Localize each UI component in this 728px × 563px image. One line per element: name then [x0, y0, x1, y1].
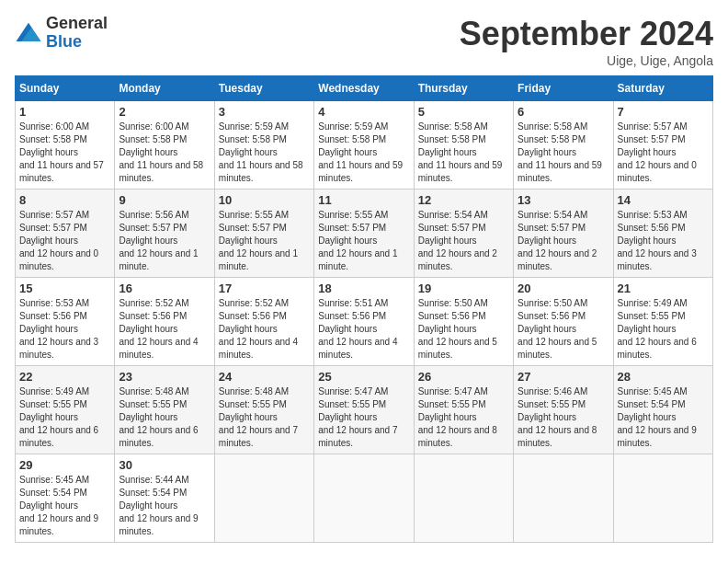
sunset-label: Sunset: 5:57 PM	[618, 134, 686, 144]
sunset-label: Sunset: 5:55 PM	[618, 311, 686, 321]
sunrise-label: Sunrise: 5:53 AM	[19, 298, 89, 308]
day-number: 25	[318, 370, 409, 384]
day-info: Sunrise: 5:58 AM Sunset: 5:58 PM Dayligh…	[418, 121, 509, 185]
sunrise-label: Sunrise: 5:44 AM	[119, 475, 188, 485]
daylight-value: and 12 hours and 8 minutes.	[418, 425, 497, 448]
daylight-label: Daylight hours	[318, 412, 377, 422]
day-info: Sunrise: 5:57 AM Sunset: 5:57 PM Dayligh…	[618, 121, 709, 185]
day-number: 7	[618, 105, 709, 119]
calendar-day-18: 18 Sunrise: 5:51 AM Sunset: 5:56 PM Dayl…	[314, 278, 414, 366]
calendar-day-17: 17 Sunrise: 5:52 AM Sunset: 5:56 PM Dayl…	[214, 278, 313, 366]
calendar-week-5: 29 Sunrise: 5:45 AM Sunset: 5:54 PM Dayl…	[16, 454, 713, 543]
sunrise-label: Sunrise: 5:45 AM	[618, 386, 688, 396]
daylight-label: Daylight hours	[618, 236, 677, 246]
sunset-label: Sunset: 5:58 PM	[318, 134, 386, 144]
sunset-label: Sunset: 5:54 PM	[618, 399, 686, 409]
daylight-value: and 11 hours and 59 minutes.	[318, 160, 403, 183]
col-tuesday: Tuesday	[214, 76, 313, 101]
calendar-day-23: 23 Sunrise: 5:48 AM Sunset: 5:55 PM Dayl…	[115, 366, 214, 454]
daylight-label: Daylight hours	[418, 236, 477, 246]
daylight-value: and 12 hours and 1 minute.	[318, 248, 397, 271]
day-info: Sunrise: 5:47 AM Sunset: 5:55 PM Dayligh…	[318, 385, 409, 450]
sunrise-label: Sunrise: 5:54 AM	[418, 210, 488, 220]
sunset-label: Sunset: 5:54 PM	[119, 488, 187, 498]
day-info: Sunrise: 5:56 AM Sunset: 5:57 PM Dayligh…	[119, 209, 210, 273]
calendar-day-6: 6 Sunrise: 5:58 AM Sunset: 5:58 PM Dayli…	[514, 101, 613, 190]
day-number: 22	[19, 370, 110, 384]
calendar-day-26: 26 Sunrise: 5:47 AM Sunset: 5:55 PM Dayl…	[414, 366, 513, 454]
daylight-label: Daylight hours	[119, 500, 177, 511]
sunrise-label: Sunrise: 5:52 AM	[119, 298, 188, 308]
sunset-label: Sunset: 5:54 PM	[19, 488, 87, 498]
location: Uige, Uige, Angola	[460, 53, 713, 68]
logo: General Blue	[15, 15, 108, 52]
daylight-label: Daylight hours	[19, 236, 78, 246]
day-info: Sunrise: 5:54 AM Sunset: 5:57 PM Dayligh…	[518, 209, 609, 273]
title-block: September 2024 Uige, Uige, Angola	[460, 15, 713, 68]
calendar-day-11: 11 Sunrise: 5:55 AM Sunset: 5:57 PM Dayl…	[314, 190, 414, 278]
calendar-day-19: 19 Sunrise: 5:50 AM Sunset: 5:56 PM Dayl…	[414, 278, 513, 366]
calendar-day-empty	[314, 454, 414, 543]
daylight-label: Daylight hours	[318, 236, 377, 246]
daylight-value: and 12 hours and 9 minutes.	[618, 425, 697, 448]
sunset-label: Sunset: 5:57 PM	[219, 223, 287, 233]
calendar-day-13: 13 Sunrise: 5:54 AM Sunset: 5:57 PM Dayl…	[514, 190, 613, 278]
day-number: 21	[618, 282, 709, 295]
sunset-label: Sunset: 5:58 PM	[19, 134, 87, 144]
day-info: Sunrise: 5:55 AM Sunset: 5:57 PM Dayligh…	[219, 209, 310, 273]
sunrise-label: Sunrise: 5:51 AM	[318, 298, 388, 308]
day-number: 4	[318, 105, 409, 119]
calendar-day-empty	[514, 454, 613, 543]
logo-general: General	[46, 15, 108, 33]
daylight-label: Daylight hours	[618, 412, 677, 422]
calendar-day-27: 27 Sunrise: 5:46 AM Sunset: 5:55 PM Dayl…	[514, 366, 613, 454]
col-wednesday: Wednesday	[314, 76, 414, 101]
daylight-value: and 12 hours and 3 minutes.	[618, 248, 697, 271]
sunrise-label: Sunrise: 5:49 AM	[618, 298, 688, 308]
calendar-day-14: 14 Sunrise: 5:53 AM Sunset: 5:56 PM Dayl…	[613, 190, 712, 278]
day-number: 30	[119, 458, 210, 472]
day-info: Sunrise: 5:45 AM Sunset: 5:54 PM Dayligh…	[19, 474, 110, 538]
daylight-label: Daylight hours	[119, 236, 177, 246]
calendar-header-row: Sunday Monday Tuesday Wednesday Thursday…	[16, 76, 713, 101]
daylight-value: and 12 hours and 2 minutes.	[418, 248, 497, 271]
sunrise-label: Sunrise: 6:00 AM	[19, 121, 89, 132]
day-info: Sunrise: 5:52 AM Sunset: 5:56 PM Dayligh…	[219, 297, 310, 362]
daylight-value: and 12 hours and 5 minutes.	[418, 337, 497, 360]
sunset-label: Sunset: 5:57 PM	[518, 223, 586, 233]
daylight-value: and 12 hours and 4 minutes.	[219, 337, 298, 360]
day-number: 27	[518, 370, 609, 384]
sunset-label: Sunset: 5:57 PM	[418, 223, 486, 233]
daylight-value: and 12 hours and 0 minutes.	[19, 248, 98, 271]
sunset-label: Sunset: 5:55 PM	[318, 399, 386, 409]
day-info: Sunrise: 5:49 AM Sunset: 5:55 PM Dayligh…	[618, 297, 709, 362]
calendar-day-29: 29 Sunrise: 5:45 AM Sunset: 5:54 PM Dayl…	[16, 454, 115, 543]
sunset-label: Sunset: 5:56 PM	[318, 311, 386, 321]
daylight-value: and 12 hours and 7 minutes.	[219, 425, 298, 448]
daylight-value: and 12 hours and 3 minutes.	[19, 337, 98, 360]
day-number: 8	[19, 193, 110, 207]
calendar-week-1: 1 Sunrise: 6:00 AM Sunset: 5:58 PM Dayli…	[16, 101, 713, 190]
daylight-value: and 12 hours and 2 minutes.	[518, 248, 597, 271]
calendar-day-empty	[613, 454, 712, 543]
calendar-day-empty	[214, 454, 313, 543]
day-info: Sunrise: 5:50 AM Sunset: 5:56 PM Dayligh…	[518, 297, 609, 362]
day-info: Sunrise: 5:53 AM Sunset: 5:56 PM Dayligh…	[19, 297, 110, 362]
day-info: Sunrise: 6:00 AM Sunset: 5:58 PM Dayligh…	[119, 121, 210, 185]
daylight-value: and 11 hours and 57 minutes.	[19, 160, 104, 183]
daylight-label: Daylight hours	[518, 147, 576, 157]
sunset-label: Sunset: 5:55 PM	[418, 399, 486, 409]
calendar-week-2: 8 Sunrise: 5:57 AM Sunset: 5:57 PM Dayli…	[16, 190, 713, 278]
day-number: 26	[418, 370, 509, 384]
sunrise-label: Sunrise: 5:58 AM	[518, 121, 587, 132]
sunset-label: Sunset: 5:57 PM	[318, 223, 386, 233]
daylight-label: Daylight hours	[119, 324, 177, 334]
calendar-day-4: 4 Sunrise: 5:59 AM Sunset: 5:58 PM Dayli…	[314, 101, 414, 190]
calendar-table: Sunday Monday Tuesday Wednesday Thursday…	[15, 75, 713, 543]
daylight-label: Daylight hours	[219, 147, 278, 157]
calendar-day-7: 7 Sunrise: 5:57 AM Sunset: 5:57 PM Dayli…	[613, 101, 712, 190]
day-info: Sunrise: 5:54 AM Sunset: 5:57 PM Dayligh…	[418, 209, 509, 273]
calendar-day-22: 22 Sunrise: 5:49 AM Sunset: 5:55 PM Dayl…	[16, 366, 115, 454]
day-info: Sunrise: 5:55 AM Sunset: 5:57 PM Dayligh…	[318, 209, 409, 273]
daylight-value: and 12 hours and 5 minutes.	[518, 337, 597, 360]
